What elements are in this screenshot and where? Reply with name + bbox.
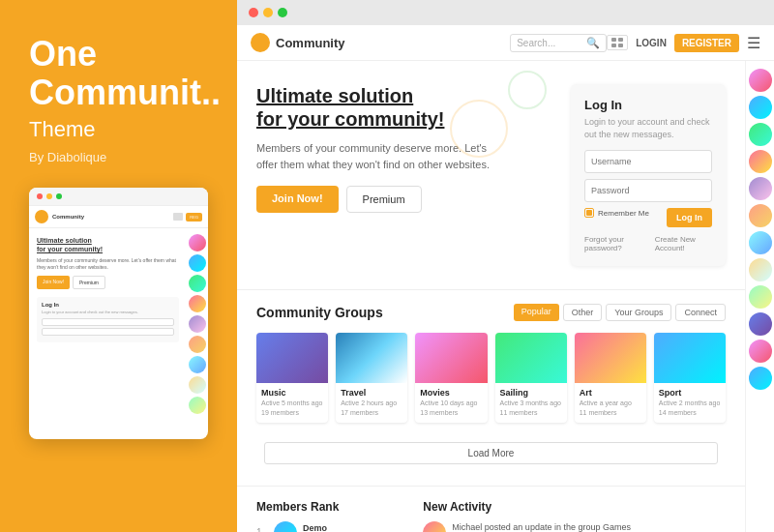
mini-register-btn: REG [186, 213, 202, 222]
mini-avatar-2 [189, 254, 206, 272]
right-sidebar [745, 61, 774, 532]
group-card-travel[interactable]: Travel Active 2 hours ago17 members [336, 333, 407, 423]
group-info-sport: Sport Active 2 months ago14 members [654, 383, 726, 423]
nav-hamburger-icon[interactable]: ☰ [747, 34, 760, 52]
login-button[interactable]: Log In [667, 208, 712, 227]
mini-avatar-8 [189, 376, 206, 394]
rank-num-1: 1. [256, 527, 268, 532]
mini-nav-icon1 [173, 213, 183, 221]
group-name-music: Music [261, 388, 323, 398]
load-more-button[interactable]: Load More [264, 442, 718, 464]
group-image-sailing [495, 333, 567, 383]
sidebar-avatar-5 [749, 177, 772, 200]
dot-green [278, 8, 287, 17]
group-name-travel: Travel [341, 388, 402, 398]
premium-button[interactable]: Premium [346, 186, 422, 213]
group-name-art: Art [580, 388, 641, 398]
sidebar-avatar-1 [749, 69, 772, 92]
group-name-movies: Movies [420, 388, 482, 398]
dot-yellow [263, 8, 273, 17]
hero-buttons: Join Now! Premium [256, 186, 551, 213]
brand-theme: Theme [29, 117, 208, 142]
nav-grid-icon[interactable] [607, 35, 628, 50]
group-info-movies: Movies Active 10 days ago13 members [415, 383, 487, 423]
load-more-section: Load More [256, 434, 726, 472]
nav-icons: LOGIN REGISTER ☰ [607, 34, 760, 52]
members-rank-title: Members Rank [256, 500, 407, 514]
remember-label: Remember Me [598, 209, 649, 218]
login-title: Log In [584, 98, 712, 112]
mini-avatar-7 [189, 356, 206, 373]
rank-info-1: Demo 1/1,000 points [303, 523, 407, 532]
hero-title-line1: Ultimate solution [256, 85, 413, 106]
group-card-music[interactable]: Music Active 5 months ago19 members [256, 333, 328, 423]
activity-avatar-1 [423, 521, 446, 532]
mini-login-title: Log In [42, 302, 174, 308]
mini-avatar-6 [189, 336, 206, 353]
mini-logo [35, 210, 48, 223]
filter-other[interactable]: Other [563, 304, 603, 321]
password-input[interactable] [584, 179, 712, 202]
mini-avatar-1 [189, 234, 206, 251]
filter-popular[interactable]: Popular [514, 304, 559, 321]
new-activity-section: New Activity Michael posted an update in… [423, 500, 726, 532]
hero-section: Ultimate solution for your community! Me… [237, 61, 745, 290]
activity-content-1: Michael posted an update in the group Ga… [452, 521, 631, 532]
mini-community-label: Community [52, 214, 84, 220]
mini-hero-buttons: Join Now! Premium [37, 276, 179, 289]
left-panel: One Communit.. Theme By Diabolique Commu… [0, 0, 237, 532]
groups-title: Community Groups [256, 305, 514, 320]
group-card-art[interactable]: Art Active a year ago11 members [575, 333, 646, 423]
group-card-sport[interactable]: Sport Active 2 months ago14 members [654, 333, 726, 423]
nav-register-btn[interactable]: REGISTER [674, 34, 739, 52]
brand-one: One [29, 34, 97, 74]
traffic-lights-bar [237, 0, 774, 25]
mini-avatar-9 [189, 397, 206, 414]
remember-me-checkbox[interactable]: Remember Me [584, 208, 649, 218]
mini-nav-icons: REG [173, 213, 202, 222]
groups-grid: Music Active 5 months ago19 members Trav… [256, 333, 726, 423]
mini-username-input[interactable] [42, 318, 174, 326]
mini-dot-green [56, 193, 62, 199]
group-card-movies[interactable]: Movies Active 10 days ago13 members [415, 333, 487, 423]
hero-left: Ultimate solution for your community! Me… [256, 84, 551, 266]
rank-name-1: Demo [303, 523, 407, 532]
filter-your-groups[interactable]: Your Groups [606, 304, 671, 321]
members-rank-section: Members Rank 1. Demo 1/1,000 points [256, 500, 407, 532]
mini-hero-title: Ultimate solutionfor your community! [37, 236, 179, 253]
hero-title: Ultimate solution for your community! [256, 84, 551, 131]
forgot-password-link[interactable]: Forgot your password? [584, 235, 647, 252]
filter-connect[interactable]: Connect [675, 304, 726, 321]
group-meta-travel: Active 2 hours ago17 members [341, 399, 402, 418]
checkbox-check [586, 210, 592, 216]
hero-description: Members of your community deserve more. … [256, 140, 508, 172]
sidebar-avatar-7 [749, 231, 772, 254]
mini-login-box: Log In Login to your account and check o… [37, 297, 179, 342]
create-account-link[interactable]: Create New Account! [655, 235, 712, 252]
group-card-sailing[interactable]: Sailing Active 3 months ago11 members [495, 333, 567, 423]
brand-title: One Communit.. [29, 35, 208, 111]
group-image-movies [415, 333, 487, 383]
group-info-travel: Travel Active 2 hours ago17 members [336, 383, 407, 423]
grid-icon [611, 38, 623, 47]
mini-join-btn[interactable]: Join Now! [37, 276, 70, 289]
sidebar-avatar-4 [749, 150, 772, 173]
group-name-sport: Sport [659, 388, 721, 398]
brand-by: By Diabolique [29, 150, 208, 164]
sidebar-avatar-11 [749, 340, 772, 363]
group-info-music: Music Active 5 months ago19 members [256, 383, 328, 423]
group-name-sailing: Sailing [500, 388, 562, 398]
join-now-button[interactable]: Join Now! [256, 186, 339, 213]
nav-login-link[interactable]: LOGIN [636, 38, 667, 48]
mini-premium-btn[interactable]: Premium [73, 276, 105, 289]
activity-item-1: Michael posted an update in the group Ga… [423, 521, 726, 532]
mini-password-input[interactable] [42, 328, 174, 336]
group-image-sport [654, 333, 726, 383]
mini-nav: Community REG [29, 206, 208, 228]
username-input[interactable] [584, 150, 712, 173]
main-content: Ultimate solution for your community! Me… [237, 61, 774, 532]
mini-dot-red [37, 193, 43, 199]
svg-rect-2 [611, 44, 616, 47]
search-box[interactable]: Search... 🔍 [510, 34, 607, 52]
hero-title-line2: for your community! [256, 108, 444, 130]
